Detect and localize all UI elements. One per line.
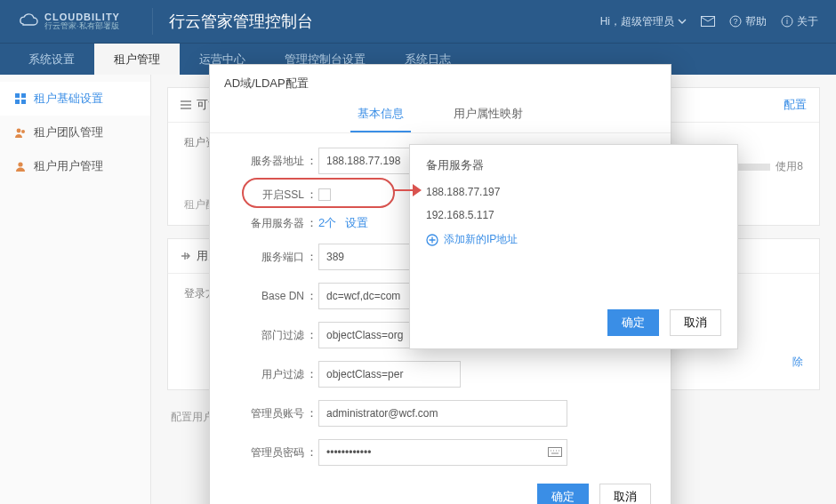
tab-basic-info[interactable]: 基本信息 (350, 99, 411, 132)
dialog-title: AD域/LDAP配置 (210, 65, 671, 99)
login-icon (181, 251, 191, 261)
svg-text:?: ? (733, 17, 737, 26)
sidebar-item-label: 租户用户管理 (34, 158, 103, 174)
team-icon (14, 126, 27, 139)
backup-ip-item: 192.168.5.117 (426, 209, 721, 221)
add-ip-link[interactable]: 添加新的IP地址 (426, 232, 721, 247)
grid-icon (14, 92, 27, 105)
svg-point-9 (17, 129, 21, 133)
user-greeting[interactable]: Hi，超级管理员 (600, 14, 687, 29)
user-icon (14, 160, 27, 172)
list-icon (181, 100, 191, 109)
admin-pass-label: 管理员密码 (235, 445, 304, 460)
base-dn-label: Base DN (235, 290, 304, 302)
sidebar-item-label: 租户团队管理 (34, 124, 103, 140)
dialog-ok-button[interactable]: 确定 (537, 484, 589, 504)
svg-point-10 (21, 130, 25, 133)
sidebar-item-basic[interactable]: 租户基础设置 (0, 82, 150, 116)
backup-ip-item: 188.188.77.197 (426, 186, 721, 198)
usage-label: 使用8 (776, 159, 803, 174)
port-label: 服务端口 (235, 250, 304, 265)
popover-cancel-button[interactable]: 取消 (670, 309, 721, 336)
sidebar-item-team[interactable]: 租户团队管理 (0, 116, 150, 149)
user-filter-input[interactable] (318, 361, 461, 388)
app-header: CLOUDBILITY 行云管家·私有部署版 行云管家管理控制台 Hi，超级管理… (0, 0, 836, 43)
top-nav-tenant[interactable]: 租户管理 (94, 44, 180, 75)
cloud-logo-icon (18, 12, 39, 30)
svg-rect-6 (21, 93, 26, 98)
svg-rect-14 (549, 448, 562, 457)
backup-server-label: 备用服务器 (235, 216, 304, 231)
plus-circle-icon (426, 234, 438, 246)
popover-ok-button[interactable]: 确定 (607, 309, 659, 336)
brand-sub: 行云管家·私有部署版 (44, 22, 120, 31)
svg-rect-5 (15, 93, 20, 98)
help-icon: ? (729, 15, 742, 28)
user-filter-label: 用户过滤 (235, 367, 304, 382)
popover-title: 备用服务器 (426, 157, 721, 173)
backup-setup-link[interactable]: 设置 (345, 215, 368, 231)
keyboard-icon[interactable] (548, 447, 562, 458)
server-addr-label: 服务器地址 (235, 154, 304, 169)
sidebar-item-label: 租户基础设置 (34, 91, 103, 107)
svg-rect-8 (21, 100, 26, 104)
ssl-checkbox[interactable] (318, 188, 331, 201)
mail-icon[interactable] (701, 16, 715, 27)
tab-attr-mapping[interactable]: 用户属性映射 (446, 99, 530, 132)
sidebar: 租户基础设置 租户团队管理 租户用户管理 (0, 75, 151, 504)
admin-user-label: 管理员账号 (235, 406, 304, 421)
dialog-cancel-button[interactable]: 取消 (599, 484, 651, 504)
page-title: 行云管家管理控制台 (169, 11, 313, 32)
chevron-down-icon (678, 17, 687, 26)
brand-logo: CLOUDBILITY 行云管家·私有部署版 (18, 12, 120, 31)
svg-text:i: i (786, 17, 788, 26)
info-icon: i (781, 15, 793, 28)
help-link[interactable]: ? 帮助 (729, 14, 767, 29)
config-link[interactable]: 配置 (784, 97, 807, 113)
svg-rect-7 (15, 100, 20, 104)
delete-link-partial[interactable]: 除 (792, 356, 803, 368)
backup-count[interactable]: 2个 (318, 215, 336, 231)
backup-server-popover: 备用服务器 188.188.77.197 192.168.5.117 添加新的I… (409, 144, 738, 349)
admin-user-input[interactable] (318, 400, 567, 427)
dept-filter-label: 部门过滤 (235, 328, 304, 343)
about-link[interactable]: i 关于 (781, 14, 818, 29)
sidebar-item-user[interactable]: 租户用户管理 (0, 149, 150, 183)
admin-pass-input[interactable] (318, 439, 567, 466)
header-divider (152, 8, 153, 35)
top-nav-system[interactable]: 系统设置 (9, 44, 94, 75)
ssl-label: 开启SSL (235, 188, 304, 203)
svg-point-11 (18, 162, 22, 166)
